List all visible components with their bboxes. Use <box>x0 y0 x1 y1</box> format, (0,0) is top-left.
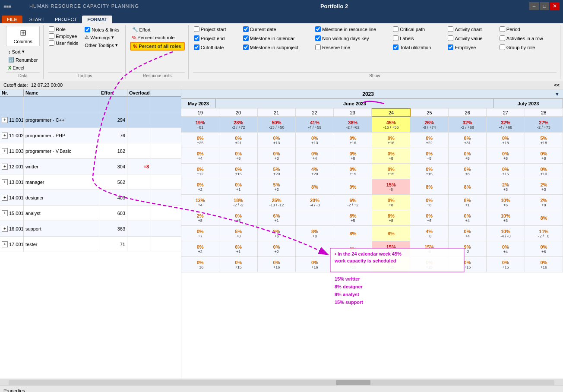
employee-label: Employee <box>56 34 77 39</box>
current-date-cb[interactable]: Current date <box>242 26 312 32</box>
milestone-cal-cb[interactable]: Milestone in calendar <box>242 35 312 41</box>
warnings-button[interactable]: ⚠ Warnings ▾ <box>82 34 121 41</box>
renumber-button[interactable]: 🔢 Renumber <box>6 56 40 63</box>
gantt-summary-cell: 27%-2 / +73 <box>525 117 563 132</box>
excel-icon: X <box>8 65 11 70</box>
nonworking-cb[interactable]: Non-working days key <box>314 35 389 41</box>
gantt-cell: 0%+16 <box>334 133 372 148</box>
total-util-cb[interactable]: Total utilization <box>392 44 444 51</box>
group-by-role-cb[interactable]: Group by role <box>499 44 557 51</box>
tab-project[interactable]: PROJECT <box>50 16 82 23</box>
expand-button[interactable]: + <box>2 148 8 154</box>
expand-button[interactable]: + <box>2 117 8 123</box>
main-content: Nr. Name Effort Overload +11.001 program… <box>0 89 563 379</box>
activity-value-cb[interactable]: Activity value <box>447 35 496 41</box>
gantt-cell: 0%+7 <box>181 226 219 241</box>
grid-row[interactable]: +13.001 manager 562 <box>0 174 181 190</box>
gantt-data-row: 0%+75%+89%+68%+88%8%4%+80%+410%-4 / -311… <box>181 226 563 241</box>
effort-button[interactable]: 🔧 Effort <box>130 26 185 33</box>
grid-row[interactable]: +11.003 programmer - V.Basic 182 <box>0 143 181 159</box>
gantt-month-row: May 2023 June 2023 July 2023 <box>181 99 563 108</box>
header-name: Name <box>24 89 99 96</box>
labels-cb[interactable]: Labels <box>392 35 444 41</box>
other-arrow: ▾ <box>115 42 118 48</box>
summary-nr <box>0 97 24 112</box>
expand-button[interactable]: + <box>2 133 8 139</box>
gantt-cell: 0%+15 <box>487 257 525 272</box>
grid-summary-row <box>0 97 181 112</box>
role-checkbox[interactable]: Role <box>48 26 79 32</box>
tab-file[interactable]: FILE <box>2 16 22 23</box>
expand-button[interactable]: + <box>2 241 8 247</box>
milestone-res-cb[interactable]: Milestone in resource line <box>314 26 389 32</box>
cutoff-cb[interactable]: Cutoff date <box>193 44 240 51</box>
employee-checkbox[interactable]: Employee <box>48 33 79 39</box>
minimize-button[interactable]: – <box>529 2 539 10</box>
nav-button[interactable]: << <box>554 82 560 88</box>
maximize-button[interactable]: □ <box>540 2 549 10</box>
gantt-cell: 6%-2 / +2 <box>334 195 372 210</box>
gantt-cell: 0%+4 <box>296 148 334 163</box>
expand-button[interactable]: + <box>2 226 8 232</box>
sort-label: Sort <box>12 49 21 54</box>
gantt-cell: 10%+6 <box>487 195 525 210</box>
year-label: 2023 <box>181 91 555 97</box>
grid-row[interactable]: +11.001 programmer - C++ 294 <box>0 112 181 128</box>
grid-row[interactable]: +17.001 tester 71 <box>0 237 181 252</box>
tab-start[interactable]: START <box>24 16 50 23</box>
other-tooltips-button[interactable]: Other Tooltips ▾ <box>82 41 121 49</box>
cell-overload <box>127 174 151 190</box>
grid-row[interactable]: +14.001 designer 403 <box>0 190 181 205</box>
milestone-sub-cb[interactable]: Milestone in subproject <box>242 44 312 51</box>
sort-button[interactable]: ↕ Sort ▾ <box>6 48 40 55</box>
expand-button[interactable]: + <box>2 195 8 201</box>
expand-button[interactable]: + <box>2 179 8 185</box>
excel-button[interactable]: X Excel <box>6 64 40 71</box>
employee-cb2[interactable]: Employee <box>447 44 496 51</box>
project-end-cb[interactable]: Project end <box>193 35 240 41</box>
close-button[interactable]: ✕ <box>550 2 560 10</box>
cell-effort: 76 <box>99 128 127 143</box>
cell-effort: 403 <box>99 190 127 205</box>
expand-button[interactable]: + <box>2 210 8 216</box>
expand-button[interactable]: + <box>2 164 8 170</box>
horizontal-scrollbar[interactable] <box>0 379 563 386</box>
period-cb[interactable]: Period <box>499 26 557 32</box>
gantt-cell: 8% <box>334 241 372 256</box>
gantt-cell: 0%+13 <box>296 133 334 148</box>
cell-name: designer <box>24 190 99 205</box>
cell-overload: +8 <box>127 159 151 174</box>
summary-overload <box>127 97 151 112</box>
gantt-cell: 15%-8 <box>372 179 410 194</box>
percent-all-button[interactable]: % Percent of all roles <box>130 42 185 51</box>
percent-each-button[interactable]: % Percent each role <box>130 34 185 41</box>
renumber-label: Renumber <box>16 57 38 63</box>
gantt-cell: 5%+20 <box>258 164 296 179</box>
notes-button[interactable]: Notes & links <box>82 26 121 33</box>
reserve-cb[interactable]: Reserve time <box>314 44 389 51</box>
activities-row-cb[interactable]: Activities in a row <box>499 35 557 41</box>
other-label: Other Tooltips <box>85 43 114 48</box>
gantt-cell: 0%+3 <box>258 148 296 163</box>
grid-row[interactable]: +15.001 analyst 603 <box>0 205 181 221</box>
gantt-cell: 5%+18 <box>525 133 563 148</box>
excel-label: Excel <box>13 65 24 70</box>
cell-nr: +11.001 <box>0 112 24 127</box>
gantt-cell: 15%-8 <box>410 241 448 256</box>
activity-chart-cb[interactable]: Activity chart <box>447 26 496 32</box>
cutoff-value: 12.07.23 00:00 <box>31 82 63 88</box>
tab-format[interactable]: FORMAT <box>82 16 112 23</box>
gantt-week-row: 19202122232425262728 <box>181 108 563 117</box>
project-start-cb[interactable]: Project start <box>193 26 240 32</box>
critical-cb[interactable]: Critical path <box>392 26 444 32</box>
grid-row[interactable]: +12.001 writter 304 +8 <box>0 159 181 174</box>
resource-group-label: Resource units <box>130 72 185 78</box>
gantt-cell: 0%+16 <box>372 133 410 148</box>
grid-row[interactable]: +16.001 support 363 <box>0 221 181 237</box>
columns-button[interactable]: ⊞ Columns <box>6 26 40 46</box>
grid-row[interactable]: +11.002 programmer - PHP 76 <box>0 128 181 143</box>
cutoff-bar: Cutoff date: 12.07.23 00:00 << <box>0 81 563 89</box>
user-fields-checkbox[interactable]: User fields <box>48 40 79 46</box>
gantt-cell: 6%+1 <box>258 210 296 225</box>
gantt-data-row: 0%+160%+150%+160%+160%+150%+150%+150%+15… <box>181 257 563 272</box>
